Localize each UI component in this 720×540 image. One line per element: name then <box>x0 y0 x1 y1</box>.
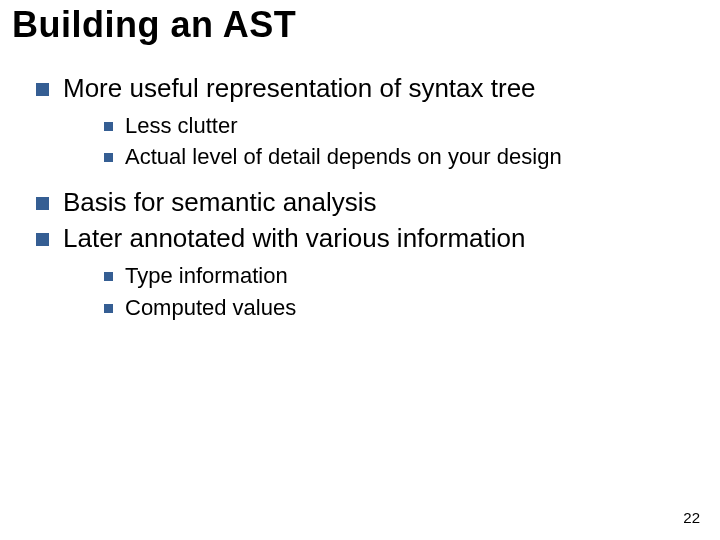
sub-bullet-item: Actual level of detail depends on your d… <box>104 142 690 172</box>
bullet-text: Later annotated with various information <box>63 222 690 255</box>
square-bullet-icon <box>104 153 113 162</box>
sub-bullet-item: Less clutter <box>104 111 690 141</box>
square-bullet-icon <box>104 122 113 131</box>
sub-bullet-text: Less clutter <box>125 111 690 141</box>
sub-bullet-text: Type information <box>125 261 690 291</box>
page-number: 22 <box>683 509 700 526</box>
square-bullet-icon <box>36 233 49 246</box>
slide: Building an AST More useful representati… <box>0 0 720 540</box>
bullet-item: More useful representation of syntax tre… <box>36 72 690 105</box>
sub-bullet-item: Type information <box>104 261 690 291</box>
square-bullet-icon <box>36 197 49 210</box>
bullet-text: More useful representation of syntax tre… <box>63 72 690 105</box>
sub-bullet-text: Computed values <box>125 293 690 323</box>
square-bullet-icon <box>104 272 113 281</box>
square-bullet-icon <box>36 83 49 96</box>
sub-list: Less clutter Actual level of detail depe… <box>104 111 690 172</box>
bullet-item: Later annotated with various information <box>36 222 690 255</box>
sub-list: Type information Computed values <box>104 261 690 322</box>
sub-bullet-item: Computed values <box>104 293 690 323</box>
square-bullet-icon <box>104 304 113 313</box>
slide-body: More useful representation of syntax tre… <box>36 72 690 336</box>
slide-title: Building an AST <box>12 4 296 46</box>
sub-bullet-text: Actual level of detail depends on your d… <box>125 142 690 172</box>
bullet-item: Basis for semantic analysis <box>36 186 690 219</box>
bullet-text: Basis for semantic analysis <box>63 186 690 219</box>
